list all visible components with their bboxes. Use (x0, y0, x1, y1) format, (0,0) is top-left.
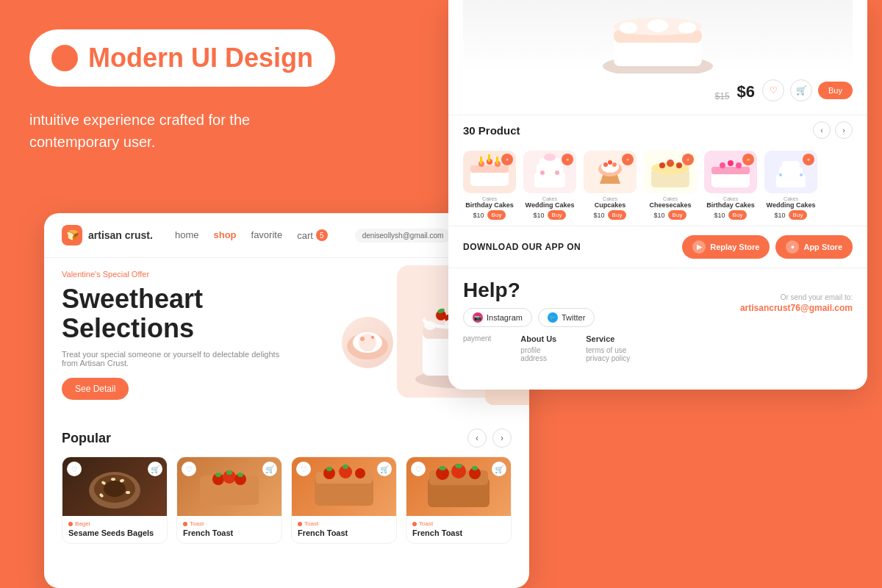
download-section: DOWNLOAD OUR APP ON ▶ Replay Store ● App… (448, 226, 867, 268)
svg-point-91 (659, 162, 665, 168)
mini-cat-5: Cakes (723, 196, 738, 201)
products-count: 30 Product (463, 124, 520, 137)
mini-cart-5[interactable]: + (742, 154, 754, 165)
svg-point-99 (736, 162, 742, 168)
mini-cat-6: Cakes (784, 196, 798, 201)
app-store-button[interactable]: ● App Store (775, 235, 853, 259)
product-name-4: French Toast (412, 528, 505, 537)
mini-price-row-6: $10 Buy (775, 210, 808, 220)
svg-point-79 (544, 154, 556, 161)
section-nav: ‹ › (813, 121, 853, 139)
cart-icon-2[interactable]: 🛒 (262, 462, 277, 476)
svg-point-4 (371, 336, 374, 339)
cart-icon-main[interactable]: 🛒 (790, 79, 812, 101)
svg-point-19 (424, 321, 436, 330)
see-detail-button[interactable]: See Detail (62, 378, 129, 400)
svg-rect-103 (782, 161, 800, 168)
svg-point-35 (111, 478, 115, 481)
fav-icon[interactable]: ♡ (67, 462, 82, 476)
product-info-toast2: Toast French Toast (292, 516, 396, 543)
mini-cart-1[interactable]: + (501, 154, 513, 165)
payment-link[interactable]: payment (463, 334, 491, 343)
svg-rect-96 (711, 167, 750, 174)
svg-point-93 (676, 162, 682, 168)
svg-point-65 (678, 22, 696, 34)
product-img-toast2: ♡ 🛒 (292, 457, 396, 516)
replay-store-button[interactable]: ▶ Replay Store (682, 235, 770, 259)
hero-description: Treat your special someone or yourself t… (62, 350, 282, 368)
section-prev[interactable]: ‹ (813, 121, 831, 139)
fav-icon-2[interactable]: ♡ (182, 462, 196, 476)
popular-next-arrow[interactable]: › (492, 429, 512, 448)
mini-product-5: + Cakes Birthday Cakes $10 Buy (704, 151, 757, 220)
mini-buy-6[interactable]: Buy (789, 210, 808, 220)
popular-nav-arrows: ‹ › (467, 429, 512, 448)
nav-home[interactable]: home (175, 229, 199, 241)
mini-price-row-5: $10 Buy (714, 210, 747, 220)
mini-price-row-3: $10 Buy (594, 210, 627, 220)
address-link[interactable]: address (520, 354, 556, 362)
download-title: DOWNLOAD OUR APP ON (463, 242, 581, 252)
mini-buy-3[interactable]: Buy (608, 210, 627, 220)
social-buttons: 📷 Instagram 🐦 Twitter (463, 308, 595, 327)
heart-icon[interactable]: ♡ (762, 79, 784, 101)
product-img-toast3: ♡ 🛒 (406, 457, 511, 516)
instagram-icon: 📷 (473, 312, 483, 323)
section-next[interactable]: › (835, 121, 853, 139)
popular-prev-arrow[interactable]: ‹ (467, 429, 487, 448)
svg-point-87 (608, 160, 612, 165)
nav-favorite[interactable]: favorite (251, 229, 283, 241)
mini-product-3: + Cakes Cupcakes $10 Buy (584, 151, 637, 220)
svg-rect-73 (488, 154, 490, 162)
hero-badge-dot (51, 45, 78, 71)
cart-icon[interactable]: 🛒 (148, 462, 162, 476)
mini-buy-1[interactable]: Buy (487, 210, 506, 220)
profile-link[interactable]: profile (520, 346, 556, 354)
mini-buy-2[interactable]: Buy (548, 210, 567, 220)
buy-button-main[interactable]: Buy (818, 82, 853, 99)
service-title: Service (586, 334, 630, 343)
privacy-link[interactable]: privacy policy (586, 354, 630, 362)
mini-buy-4[interactable]: Buy (668, 210, 687, 220)
mini-cart-4[interactable]: + (682, 154, 694, 165)
twitter-button[interactable]: 🐦 Twitter (538, 308, 595, 327)
mini-name-4: Cheesecakes (649, 201, 691, 209)
help-row: Help? 📷 Instagram 🐦 Twitter Or send your… (463, 279, 853, 327)
popular-header: Popular ‹ › (62, 429, 512, 448)
svg-point-42 (226, 470, 232, 475)
nav-cart[interactable]: cart 5 (297, 229, 328, 241)
mini-buy-5[interactable]: Buy (728, 210, 747, 220)
svg-rect-68 (470, 165, 509, 173)
instagram-button[interactable]: 📷 Instagram (463, 308, 532, 327)
mini-product-img-1: + (463, 151, 516, 193)
help-left: Help? 📷 Instagram 🐦 Twitter (463, 279, 595, 327)
hero-subtitle: intuitive experience crafted for the con… (29, 109, 338, 153)
mini-cart-6[interactable]: + (803, 154, 814, 165)
cart-icon-3[interactable]: 🛒 (377, 462, 392, 476)
mini-cart-2[interactable]: + (562, 154, 573, 165)
svg-point-64 (648, 19, 668, 32)
cart-icon-4[interactable]: 🛒 (492, 462, 506, 476)
nav-email: deniseollysh@gmail.com (355, 229, 451, 243)
mini-price-3: $10 (594, 212, 605, 219)
svg-point-50 (343, 465, 348, 469)
cake-small-image (342, 317, 393, 368)
product-name: Sesame Seeds Bagels (68, 528, 161, 537)
svg-point-80 (540, 171, 545, 175)
mini-cart-3[interactable]: + (622, 154, 634, 165)
mini-cat-3: Cakes (603, 196, 617, 201)
svg-point-105 (800, 173, 803, 176)
hero-badge: Modern UI Design (29, 29, 335, 87)
mini-name-6: Wedding Cakes (767, 201, 816, 209)
brand-logo: 🍞 artisan crust. (62, 225, 153, 245)
terms-link[interactable]: terms of use (586, 346, 630, 354)
product-info-toast1: Toast French Toast (177, 516, 282, 543)
svg-rect-76 (534, 173, 565, 187)
fav-icon-3[interactable]: ♡ (296, 462, 311, 476)
fav-icon-4[interactable]: ♡ (411, 462, 426, 476)
product-category-4: Toast (412, 520, 505, 527)
svg-point-57 (455, 464, 462, 468)
help-title: Help? (463, 279, 595, 302)
svg-point-98 (728, 160, 734, 166)
nav-shop[interactable]: shop (213, 229, 236, 241)
